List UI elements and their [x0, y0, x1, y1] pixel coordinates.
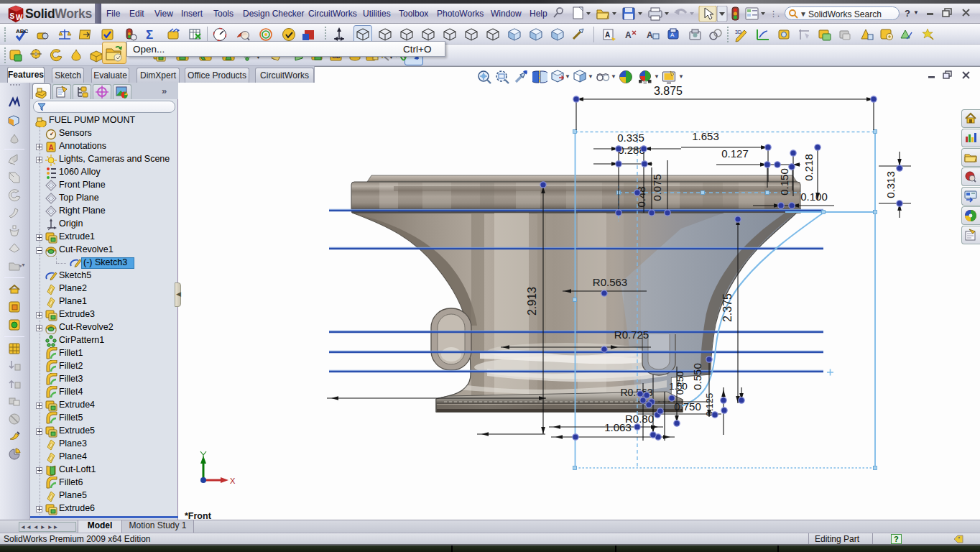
svg-text:A: A — [647, 30, 653, 40]
svg-text:0.127: 0.127 — [721, 147, 749, 160]
svg-text:2.375: 2.375 — [721, 293, 734, 322]
svg-text:X: X — [230, 477, 236, 485]
svg-text:ABC: ABC — [16, 28, 29, 34]
svg-text:0.150: 0.150 — [778, 168, 790, 196]
svg-text:1.653: 1.653 — [692, 130, 719, 142]
svg-text:A: A — [625, 30, 632, 40]
svg-text:0.313: 0.313 — [884, 171, 897, 198]
svg-text:A: A — [605, 31, 610, 39]
svg-text:A: A — [670, 32, 675, 38]
svg-text:⋮...: ⋮... — [769, 9, 780, 18]
svg-text:2.913: 2.913 — [526, 287, 538, 316]
svg-text:Σ: Σ — [146, 28, 153, 42]
svg-text:0.075: 0.075 — [651, 174, 663, 201]
svg-text:1.50: 1.50 — [669, 381, 687, 392]
svg-text:A: A — [49, 144, 54, 152]
svg-text:R0.725: R0.725 — [614, 328, 649, 341]
svg-text:W: W — [16, 14, 23, 22]
svg-text:0.100: 0.100 — [800, 190, 828, 203]
svg-text:0.550: 0.550 — [691, 363, 703, 390]
svg-text:S: S — [10, 12, 15, 20]
svg-text:0.218: 0.218 — [803, 154, 815, 181]
svg-text:3D: 3D — [735, 29, 741, 34]
svg-text:0.335: 0.335 — [617, 132, 644, 144]
svg-text:R0.563: R0.563 — [593, 276, 627, 288]
svg-text:3.875: 3.875 — [654, 85, 683, 97]
